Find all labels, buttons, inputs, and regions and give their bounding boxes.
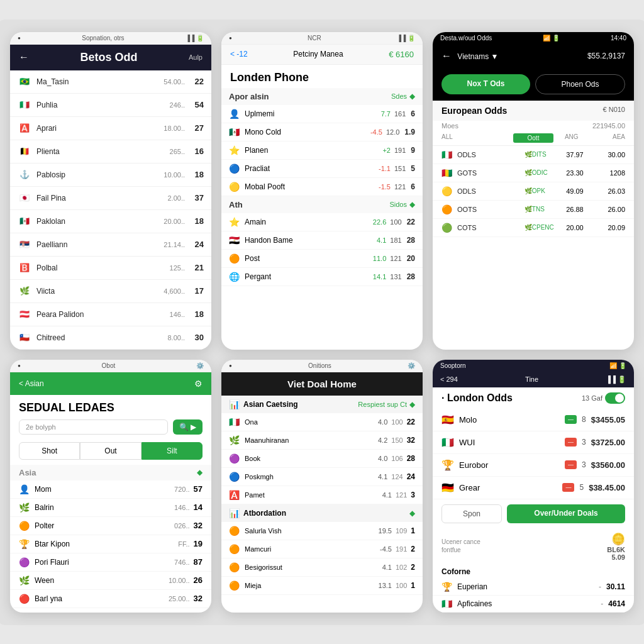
flag-icon: 🌿 [229, 435, 240, 445]
p4-search-btn[interactable]: 🔍 ▶ [173, 419, 203, 435]
flag-icon: 🏆 [19, 539, 30, 549]
back-icon-1[interactable]: ← [19, 52, 29, 63]
list-item[interactable]: 🌐 Pergant 14.1 131 28 [221, 268, 423, 286]
team-price: $3455.05 [591, 415, 625, 425]
list-item[interactable]: 🅱️ Polbal 125.. 21 [10, 257, 211, 280]
team-val: 20.00.. [164, 218, 185, 225]
v1: 100 [390, 218, 401, 226]
v2: 150 [391, 436, 402, 444]
list-item[interactable]: 🔵 Poskmgh 4.1 124 24 [221, 468, 423, 486]
team-name: Btar Kipon [35, 540, 178, 548]
list-item[interactable]: 👤 Mom 720.. 57 [10, 480, 211, 499]
list-item[interactable]: 🇯🇵 Fail Pina 2.00.. 37 [10, 187, 211, 210]
flag-icon: 🇬🇳 [441, 168, 452, 178]
p6-toggle[interactable]: 13 Gaf [582, 392, 625, 404]
list-item[interactable]: 🟠 Post 11.0 121 20 [221, 250, 423, 268]
v3: 28 [407, 454, 415, 463]
tab-out[interactable]: Out [80, 442, 141, 460]
team-name: Fail Pina [36, 194, 167, 203]
list-item[interactable]: 🇷🇸 Paelliann 21.14.. 24 [10, 233, 211, 257]
list-item[interactable]: 🌿 Maanuhiranan 4.2 150 32 [221, 431, 423, 450]
list-item[interactable]: 🟠 Besigorissut 4.1 102 2 [221, 558, 423, 577]
list-item[interactable]: 🇮🇹 WUI — 3 $3725.00 [433, 431, 634, 454]
flag-icon: 🅰️ [229, 490, 240, 500]
tab-shot[interactable]: Shot [19, 442, 80, 460]
list-item[interactable]: 🇧🇷 Ma_Tasin 54.00.. 22 [10, 70, 211, 94]
team-val: 246.. [170, 101, 185, 109]
coforne-rows: 🏆 Euperian - 30.11 🇮🇹 Apficaines - 4614 [433, 579, 634, 613]
list-item[interactable]: 🟡 Mobal Pooft -1.5 121 6 [221, 178, 423, 196]
list-item[interactable]: 🟣 Book 4.0 106 28 [221, 450, 423, 468]
back-3[interactable]: ← [441, 50, 452, 61]
list-item[interactable]: 🔵 Pracliat -1.1 151 5 [221, 160, 423, 178]
coforne-item[interactable]: 🏆 Euperian - 30.11 [433, 579, 634, 596]
back-4[interactable]: < Asian [19, 379, 44, 388]
indicator: — [565, 438, 577, 447]
list-item[interactable]: 🟠 Mieja 13.1 100 1 [221, 577, 423, 595]
list-item[interactable]: 🟠 Salurla Vish 19.5 109 1 [221, 522, 423, 540]
list-item[interactable]: 🌿 Viicta 4,600.. 17 [10, 280, 211, 303]
btn-nox[interactable]: Nox T Ods [441, 74, 530, 94]
p3-table-header: European Odds € N010 [433, 101, 634, 121]
phone-londen: ● NCR ▐▐ 🔋 < -12 Petciny Manea € 6160 Lo… [221, 32, 423, 350]
tab-silt[interactable]: Silt [142, 442, 203, 460]
back-2[interactable]: < -12 [230, 50, 248, 58]
list-item[interactable]: 🏆 Btar Kipon FF.. 19 [10, 535, 211, 553]
team-name: Apficaines [457, 599, 601, 608]
list-item[interactable]: 🌿 Balrin 146.. 14 [10, 499, 211, 517]
flag-icon: 🇦🇹 [18, 308, 31, 321]
v1: 191 [394, 147, 406, 154]
p4-search-input[interactable] [19, 419, 168, 435]
list-item[interactable]: 🌿 Ween 10.00.. 26 [10, 572, 211, 590]
btn-phoen[interactable]: Phoen Ods [535, 74, 625, 94]
coforne-item[interactable]: 🇮🇹 Apficaines - 4614 [433, 596, 634, 613]
list-item[interactable]: 🇩🇪 Grear — 5 $38.45.00 [433, 477, 634, 499]
gear-icon-4[interactable]: ⚙ [194, 379, 203, 389]
list-item[interactable]: 🅰️ Aprari 18.00.. 27 [10, 117, 211, 140]
list-item[interactable]: 🏆 Eurobor — 3 $3560.00 [433, 454, 634, 477]
table-row[interactable]: 🇮🇹 ODLS 🌿DITS 37.97 30.00 [433, 146, 634, 164]
indicator: — [565, 460, 577, 469]
list-item[interactable]: ⭐ Planen +2 191 9 [221, 142, 423, 160]
list-item[interactable]: 🇦🇹 Peara Palidon 146.. 18 [10, 303, 211, 326]
section-header: Apor alsin Sdes ◆ [221, 88, 423, 105]
team-name: Eurobor [459, 460, 565, 470]
team-name: Puhlia [36, 101, 170, 109]
list-item[interactable]: 🇮🇹 Ona 4.0 100 22 [221, 413, 423, 431]
flag-icon: 🇧🇪 [18, 145, 31, 158]
team-name: OOTS [457, 206, 525, 213]
table-row[interactable]: 🟢 COTS 🌿CPENC 20.00 20.09 [433, 219, 634, 237]
list-item[interactable]: 🇪🇸 Molo — 8 $3455.05 [433, 409, 634, 431]
team-num: 17 [189, 286, 204, 296]
list-item[interactable]: ⚓ Pablosip 10.00.. 18 [10, 164, 211, 187]
section-header: Asia ◆ [10, 465, 211, 480]
tab-spon[interactable]: Spon [441, 504, 502, 523]
list-item[interactable]: 🇪🇬 Handon Bame 4.1 181 28 [221, 231, 423, 250]
list-item[interactable]: 🇲🇽 Paklolan 20.00.. 18 [10, 210, 211, 233]
phone-betos-odd: ● Sopnation, otrs ▐▐ 🔋 ← Betos Odd Aulp … [10, 32, 211, 350]
list-item[interactable]: 🇧🇪 Plienta 265.. 16 [10, 140, 211, 164]
list-item[interactable]: 🟠 Mamcuri -4.5 191 2 [221, 540, 423, 558]
badge: 🌿OPK [525, 187, 558, 194]
team-num: 16 [189, 147, 204, 156]
status-text-4: Obot [102, 362, 116, 369]
v2: 6 [411, 109, 415, 118]
list-item[interactable]: 👤 Uplmemi 7.7 161 6 [221, 105, 423, 123]
table-row[interactable]: 🟠 OOTS 🌿TNS 26.88 26.00 [433, 201, 634, 219]
list-item[interactable]: 🇲🇽 Mono Cold -4.5 12.0 1.9 [221, 123, 423, 142]
back-6[interactable]: < 294 [440, 375, 458, 383]
table-row[interactable]: 🇬🇳 GOTS 🌿ODIC 23.30 1208 [433, 164, 634, 182]
toggle-switch[interactable] [605, 392, 625, 404]
list-item[interactable]: 🟣 Pori Flauri 746.. 87 [10, 553, 211, 572]
table-row[interactable]: 🟡 ODLS 🌿OPK 49.09 26.03 [433, 182, 634, 201]
list-item[interactable]: 🇨🇱 Chitreed 8.00.. 30 [10, 326, 211, 350]
list-item[interactable]: ⭐ Amain 22.6 100 22 [221, 213, 423, 231]
team-val: 8.00.. [167, 334, 185, 341]
list-item[interactable]: 🅰️ Pamet 4.1 121 3 [221, 486, 423, 504]
v2: 109 [396, 527, 407, 535]
list-item[interactable]: 🟠 Polter 026.. 32 [10, 517, 211, 535]
flag-icon: ⭐ [229, 217, 240, 227]
list-item[interactable]: 🔴 Barl yna 25.00.. 32 [10, 590, 211, 608]
list-item[interactable]: 🇮🇹 Puhlia 246.. 54 [10, 94, 211, 117]
tab-over-under[interactable]: Over/Under Doals [507, 504, 625, 523]
